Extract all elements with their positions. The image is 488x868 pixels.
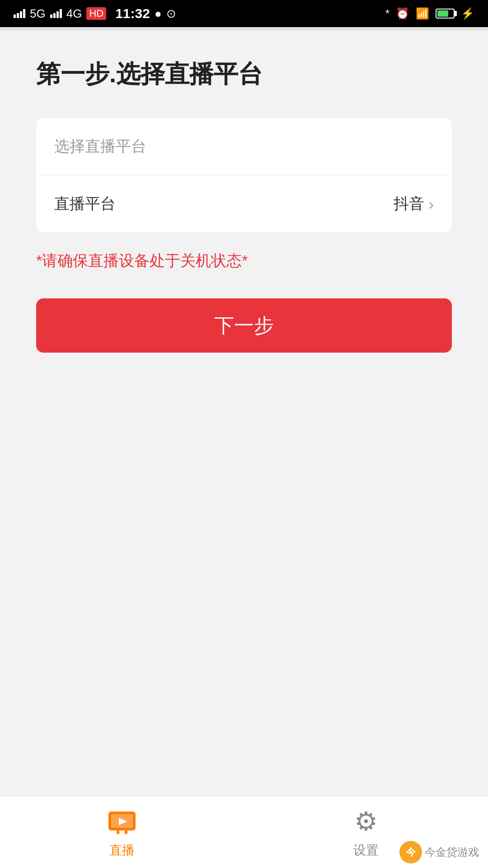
battery-icon — [436, 9, 455, 19]
platform-card: 选择直播平台 直播平台 抖音 › — [36, 118, 452, 232]
logo-icon: 今 — [399, 841, 422, 863]
alarm-icon: ⏰ — [396, 7, 409, 20]
svg-rect-4 — [125, 830, 127, 834]
signal-icon-5g — [14, 9, 25, 18]
message-icon: ● — [155, 7, 162, 21]
main-content: 第一步.选择直播平台 选择直播平台 直播平台 抖音 › *请确保直播设备处于关机… — [0, 31, 488, 353]
next-button[interactable]: 下一步 — [36, 298, 452, 353]
record-icon: ⊙ — [166, 7, 176, 21]
signal-icon-4g — [50, 9, 62, 18]
nav-item-live[interactable]: 直播 — [0, 806, 244, 859]
chevron-right-icon: › — [429, 195, 434, 213]
platform-row-value-container: 抖音 › — [394, 193, 434, 214]
platform-value-text: 抖音 — [394, 193, 424, 214]
status-time: 11:32 — [115, 6, 150, 21]
status-bar: 5G 4G HD 11:32 ● ⊙ * ⏰ 📶 ⚡ — [0, 0, 488, 27]
platform-placeholder-row: 选择直播平台 — [36, 118, 452, 175]
warning-text: *请确保直播设备处于关机状态* — [36, 250, 452, 271]
settings-icon: ⚙ — [350, 806, 382, 837]
status-left: 5G 4G HD 11:32 ● ⊙ — [14, 6, 176, 21]
network-5g-label: 5G — [30, 7, 46, 21]
svg-rect-3 — [117, 830, 119, 834]
network-4g-label: 4G — [66, 7, 82, 21]
platform-placeholder-text: 选择直播平台 — [54, 136, 146, 157]
wifi-icon: 📶 — [416, 7, 429, 20]
scroll-indicator — [0, 27, 488, 31]
status-right: * ⏰ 📶 ⚡ — [385, 7, 474, 20]
bottom-logo: 今 今金贷游戏 — [399, 841, 479, 863]
next-button-label: 下一步 — [214, 312, 274, 339]
page-title: 第一步.选择直播平台 — [36, 58, 452, 91]
bluetooth-icon: * — [385, 7, 389, 20]
network-hd-label: HD — [86, 7, 106, 20]
charging-icon: ⚡ — [461, 7, 474, 20]
nav-label-live: 直播 — [109, 842, 135, 859]
live-icon — [106, 806, 138, 837]
logo-abbr: 今 — [406, 845, 416, 859]
platform-select-row[interactable]: 直播平台 抖音 › — [36, 175, 452, 232]
nav-label-settings: 设置 — [353, 842, 379, 859]
logo-text: 今金贷游戏 — [425, 845, 479, 859]
platform-row-label: 直播平台 — [54, 193, 116, 214]
